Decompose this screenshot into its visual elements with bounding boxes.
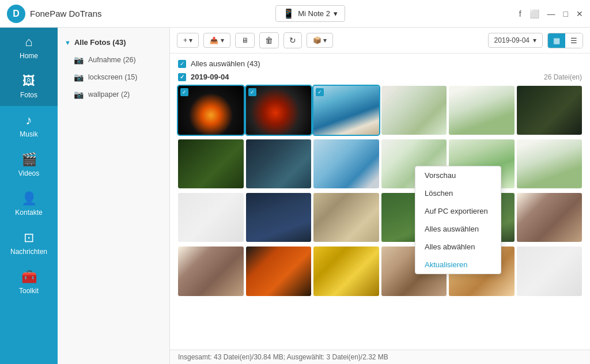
context-menu-refresh[interactable]: Aktualisieren bbox=[415, 256, 501, 274]
nachrichten-icon: ⊡ bbox=[24, 230, 34, 245]
close-button[interactable]: ✕ bbox=[576, 9, 583, 18]
main-layout: ⌂ Home 🖼 Fotos ♪ Musik 🎬 Videos 👤 Kontak… bbox=[0, 28, 590, 364]
photo-cell[interactable] bbox=[449, 86, 515, 135]
delete-button[interactable]: 🗑 bbox=[259, 32, 279, 48]
date-group-label: 2019-09-04 bbox=[191, 73, 229, 81]
left-panel: ▼ Alle Fotos (43) 📷 Aufnahme (26) 📷 lock… bbox=[58, 28, 170, 364]
view-toggle: ▦ ☰ bbox=[547, 33, 583, 48]
sidebar-label-videos: Videos bbox=[18, 169, 39, 177]
folder-label-lockscreen: lockscreen (15) bbox=[88, 73, 137, 81]
facebook-icon[interactable]: f bbox=[519, 9, 521, 18]
folder-photo-icon: 📷 bbox=[74, 55, 84, 65]
sidebar-item-home[interactable]: ⌂ Home bbox=[0, 28, 58, 67]
toolkit-icon: 🧰 bbox=[21, 270, 37, 285]
photo-cell[interactable] bbox=[246, 247, 312, 295]
content-area: + ▾ 📤 ▾ 🖥 🗑 ↻ 📦 ▾ 2019-09-04 ▾ ▦ ☰ ✓ All… bbox=[170, 28, 590, 364]
kontakte-icon: 👤 bbox=[21, 191, 37, 206]
context-menu-delete[interactable]: Löschen bbox=[415, 184, 501, 202]
sidebar-item-videos[interactable]: 🎬 Videos bbox=[0, 145, 58, 184]
photo-checkbox[interactable]: ✓ bbox=[180, 88, 188, 96]
fotos-icon: 🖼 bbox=[22, 74, 35, 89]
folder-item-aufnahme[interactable]: 📷 Aufnahme (26) bbox=[58, 51, 169, 69]
sidebar-label-fotos: Fotos bbox=[20, 91, 37, 99]
folder-item-wallpaper[interactable]: 📷 wallpaper (2) bbox=[58, 86, 169, 103]
chat-icon[interactable]: ⬜ bbox=[530, 9, 539, 18]
photo-cell[interactable] bbox=[178, 247, 244, 295]
photo-grid-row4 bbox=[178, 247, 582, 295]
sidebar-label-home: Home bbox=[20, 52, 38, 60]
import-button[interactable]: 🖥 bbox=[235, 33, 255, 48]
photo-cell[interactable] bbox=[313, 193, 379, 242]
date-chevron-icon: ▾ bbox=[533, 36, 536, 44]
refresh-button[interactable]: ↻ bbox=[283, 32, 302, 48]
folder-label-wallpaper: wallpaper (2) bbox=[88, 90, 130, 98]
app-name: FonePaw DoTrans bbox=[30, 9, 102, 18]
toolbar: + ▾ 📤 ▾ 🖥 🗑 ↻ 📦 ▾ 2019-09-04 ▾ ▦ ☰ bbox=[170, 28, 590, 54]
select-all-checkbox[interactable]: ✓ bbox=[178, 60, 186, 68]
status-text: Insgesamt: 43 Datei(en)/30.84 MB; Ausgew… bbox=[178, 353, 388, 361]
folder-photo-icon-3: 📷 bbox=[74, 90, 84, 99]
date-group-row: ✓ 2019-09-04 26 Datei(en) bbox=[178, 73, 582, 81]
device-selector[interactable]: 📱 Mi Note 2 ▾ bbox=[275, 5, 345, 22]
photo-cell[interactable] bbox=[517, 139, 583, 188]
minimize-button[interactable]: — bbox=[547, 9, 555, 18]
app-logo: D bbox=[7, 5, 25, 23]
photo-cell[interactable]: ✓ bbox=[178, 86, 244, 135]
photo-grid-row2 bbox=[178, 139, 582, 188]
select-all-label: Alles auswählen (43) bbox=[191, 59, 260, 68]
title-right: f ⬜ — □ ✕ bbox=[519, 9, 583, 18]
device-icon: 📱 bbox=[283, 8, 294, 19]
context-menu-deselect-all[interactable]: Alles abwählen bbox=[415, 238, 501, 256]
sidebar-label-kontakte: Kontakte bbox=[15, 208, 42, 217]
date-selector[interactable]: 2019-09-04 ▾ bbox=[488, 33, 543, 48]
sidebar-label-toolkit: Toolkit bbox=[19, 287, 39, 295]
photo-cell[interactable] bbox=[246, 193, 312, 242]
photo-cell[interactable] bbox=[178, 193, 244, 242]
context-menu-select-all[interactable]: Alles auswählen bbox=[415, 220, 501, 238]
photo-cell[interactable] bbox=[246, 139, 312, 188]
photo-cell[interactable] bbox=[517, 86, 583, 135]
list-view-button[interactable]: ☰ bbox=[565, 33, 583, 48]
folder-label-aufnahme: Aufnahme (26) bbox=[88, 56, 136, 64]
photo-cell[interactable] bbox=[178, 139, 244, 188]
context-menu: Vorschau Löschen Auf PC exportieren Alle… bbox=[415, 166, 501, 274]
file-count: 26 Datei(en) bbox=[544, 73, 582, 81]
title-left: D FonePaw DoTrans bbox=[7, 5, 102, 23]
context-menu-preview[interactable]: Vorschau bbox=[415, 166, 501, 184]
status-bar: Insgesamt: 43 Datei(en)/30.84 MB; Ausgew… bbox=[170, 350, 590, 364]
archive-button[interactable]: 📦 ▾ bbox=[307, 33, 333, 48]
musik-icon: ♪ bbox=[26, 113, 32, 128]
sidebar: ⌂ Home 🖼 Fotos ♪ Musik 🎬 Videos 👤 Kontak… bbox=[0, 28, 58, 364]
photo-grid-row3 bbox=[178, 193, 582, 242]
folder-photo-icon-2: 📷 bbox=[74, 73, 84, 82]
device-name: Mi Note 2 bbox=[298, 9, 330, 18]
photo-cell[interactable]: ✓ bbox=[246, 86, 312, 135]
sidebar-item-kontakte[interactable]: 👤 Kontakte bbox=[0, 184, 58, 223]
photo-grid-row1: ✓ ✓ ✓ bbox=[178, 86, 582, 135]
photo-cell[interactable] bbox=[313, 247, 379, 295]
grid-view-button[interactable]: ▦ bbox=[548, 33, 565, 48]
photo-area[interactable]: ✓ Alles auswählen (43) ✓ 2019-09-04 26 D… bbox=[170, 54, 590, 350]
chevron-down-icon: ▾ bbox=[334, 9, 338, 18]
folder-item-lockscreen[interactable]: 📷 lockscreen (15) bbox=[58, 69, 169, 86]
sidebar-item-toolkit[interactable]: 🧰 Toolkit bbox=[0, 263, 58, 302]
photo-checkbox[interactable]: ✓ bbox=[316, 88, 324, 96]
sidebar-item-nachrichten[interactable]: ⊡ Nachrichten bbox=[0, 223, 58, 263]
photo-cell[interactable] bbox=[517, 247, 583, 295]
photo-cell[interactable] bbox=[517, 193, 583, 242]
photo-cell[interactable] bbox=[381, 86, 447, 135]
context-menu-export[interactable]: Auf PC exportieren bbox=[415, 202, 501, 220]
sidebar-item-musik[interactable]: ♪ Musik bbox=[0, 106, 58, 145]
select-all-row: ✓ Alles auswählen (43) bbox=[178, 59, 582, 68]
all-photos-header[interactable]: ▼ Alle Fotos (43) bbox=[58, 33, 169, 51]
add-button[interactable]: + ▾ bbox=[177, 33, 199, 48]
date-group-checkbox[interactable]: ✓ bbox=[178, 73, 186, 81]
photo-cell[interactable] bbox=[313, 139, 379, 188]
export-button[interactable]: 📤 ▾ bbox=[203, 33, 230, 48]
home-icon: ⌂ bbox=[25, 35, 32, 50]
maximize-button[interactable]: □ bbox=[563, 9, 568, 18]
photo-cell[interactable]: ✓ bbox=[313, 86, 379, 135]
sidebar-item-fotos[interactable]: 🖼 Fotos bbox=[0, 67, 58, 106]
photo-checkbox[interactable]: ✓ bbox=[248, 88, 256, 96]
sidebar-label-musik: Musik bbox=[20, 130, 37, 138]
